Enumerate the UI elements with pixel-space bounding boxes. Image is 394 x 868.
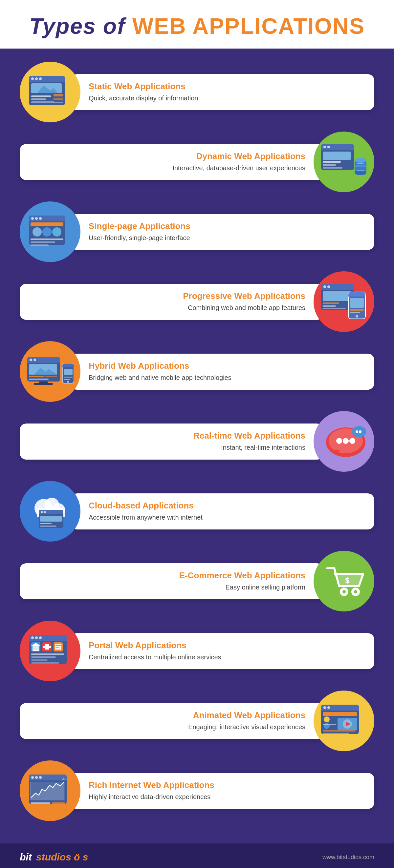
svg-rect-10 [31, 101, 54, 103]
animated-icon-circle [314, 690, 374, 751]
svg-rect-78 [64, 379, 70, 380]
singlepage-icon-circle [20, 202, 80, 262]
svg-rect-19 [323, 152, 351, 160]
cloud-desc: Accessible from anywhere with internet [89, 513, 364, 522]
svg-rect-59 [350, 312, 360, 313]
svg-rect-38 [31, 222, 63, 226]
svg-rect-115 [32, 650, 39, 651]
svg-rect-72 [34, 383, 53, 385]
list-item: Hybrid Web Applications Bridging web and… [20, 341, 374, 402]
rich-text-card: Rich Internet Web Applications Highly in… [71, 773, 374, 809]
svg-rect-144 [29, 777, 67, 780]
list-item: Real-time Web Applications Instant, real… [20, 411, 374, 472]
list-item: Cloud-based Applications Accessible from… [20, 481, 374, 541]
svg-point-39 [32, 227, 42, 237]
hybrid-browser-icon [20, 341, 80, 402]
progressive-browser-icon [314, 271, 374, 332]
svg-point-110 [35, 637, 38, 639]
svg-point-137 [324, 716, 330, 722]
ecommerce-icon-circle: $ [314, 551, 374, 612]
page-header: Types of WEB APPLICATIONS [0, 0, 394, 49]
svg-point-146 [35, 776, 38, 779]
portal-title: Portal Web Applications [89, 640, 364, 651]
dynamic-desc: Interactive, database-driven user experi… [30, 163, 305, 173]
svg-rect-44 [31, 244, 49, 246]
svg-rect-125 [31, 656, 56, 658]
brand-studios: studios ö s [33, 851, 88, 863]
svg-point-18 [327, 146, 330, 148]
svg-point-84 [349, 438, 355, 444]
svg-point-35 [31, 217, 34, 220]
svg-rect-2 [29, 79, 65, 82]
svg-point-145 [31, 776, 34, 779]
svg-point-109 [31, 637, 34, 639]
svg-point-64 [30, 359, 32, 361]
progressive-desc: Combining web and mobile app features [30, 303, 305, 312]
list-item: $ E-Commerce Web Applications Easy onlin… [20, 551, 374, 612]
progressive-text-card: Progressive Web Applications Combining w… [20, 284, 323, 320]
static-title: Static Web Applications [89, 81, 364, 92]
static-icon-circle [20, 62, 80, 122]
svg-point-96 [41, 511, 43, 513]
svg-point-79 [67, 381, 69, 383]
realtime-desc: Instant, real-time interactions [30, 443, 305, 452]
svg-rect-8 [31, 95, 51, 97]
portal-text-card: Portal Web Applications Centralized acce… [71, 633, 374, 669]
svg-rect-77 [64, 377, 73, 378]
page-footer: bit studios ö s www.bitstudios.com [0, 843, 394, 868]
svg-rect-122 [55, 647, 59, 648]
svg-point-131 [323, 706, 326, 709]
chat-icon [314, 411, 374, 472]
svg-rect-69 [45, 376, 57, 377]
cloud-browser-icon [20, 481, 80, 541]
svg-rect-21 [323, 164, 336, 166]
static-browser-icon [20, 62, 80, 122]
realtime-text-card: Real-time Web Applications Instant, real… [20, 424, 323, 460]
static-desc: Quick, accurate display of information [89, 93, 364, 103]
singlepage-desc: User-friendly, single-page interface [89, 233, 364, 242]
footer-brand: bit studios ö s [20, 851, 88, 863]
svg-rect-76 [64, 369, 73, 375]
portal-desc: Centralized access to multiple online se… [89, 652, 364, 662]
svg-point-132 [327, 706, 330, 709]
realtime-title: Real-time Web Applications [30, 431, 305, 441]
svg-point-82 [336, 438, 342, 444]
dynamic-icon-circle [314, 131, 374, 192]
cart-icon: $ [314, 551, 374, 612]
svg-rect-12 [54, 98, 63, 100]
list-item: Animated Web Applications Engaging, inte… [20, 690, 374, 751]
dynamic-text-card: Dynamic Web Applications Interactive, da… [20, 144, 323, 180]
rich-title: Rich Internet Web Applications [89, 780, 364, 790]
svg-rect-51 [323, 303, 339, 304]
svg-rect-70 [29, 378, 49, 380]
svg-rect-127 [31, 662, 59, 663]
svg-rect-50 [323, 291, 351, 301]
svg-rect-57 [350, 298, 364, 308]
svg-rect-100 [40, 526, 56, 527]
svg-point-65 [33, 359, 36, 361]
svg-rect-47 [321, 287, 354, 290]
svg-point-36 [35, 217, 38, 220]
svg-point-5 [39, 78, 42, 80]
svg-rect-124 [31, 653, 64, 655]
dynamic-browser-icon [314, 131, 374, 192]
realtime-icon-circle [314, 411, 374, 472]
svg-rect-99 [40, 523, 52, 524]
svg-point-111 [39, 637, 42, 639]
svg-point-37 [39, 217, 42, 220]
svg-rect-52 [323, 305, 336, 307]
svg-rect-140 [323, 730, 356, 732]
svg-rect-11 [54, 94, 63, 96]
animated-desc: Engaging, interactive visual experiences [30, 722, 305, 732]
svg-rect-113 [32, 646, 39, 650]
svg-point-49 [327, 285, 330, 288]
singlepage-text-card: Single-page Applications User-friendly, … [71, 214, 374, 250]
svg-rect-68 [29, 376, 44, 377]
svg-rect-22 [323, 167, 342, 168]
portal-icon-circle [20, 621, 80, 681]
page-title: Types of WEB APPLICATIONS [6, 13, 388, 39]
svg-rect-63 [27, 360, 60, 363]
svg-rect-20 [323, 161, 341, 163]
svg-rect-130 [321, 708, 359, 711]
portal-browser-icon [20, 621, 80, 681]
